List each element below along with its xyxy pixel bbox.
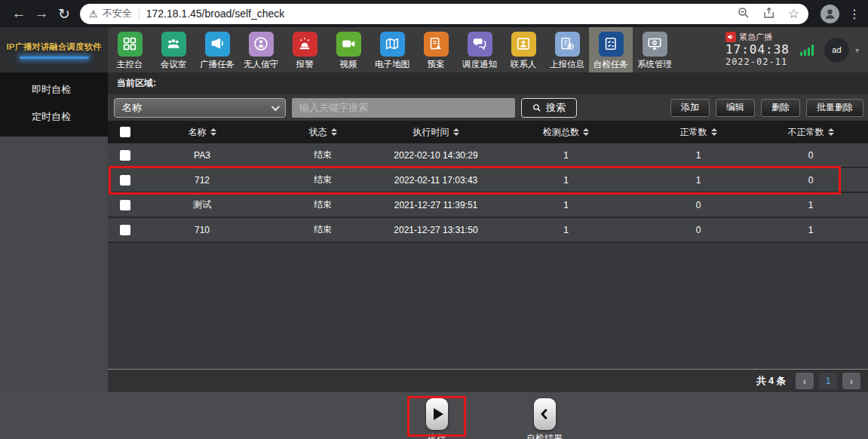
cell-status: 结束 xyxy=(262,173,383,186)
column-header-执行时间[interactable]: 执行时间 xyxy=(383,126,489,139)
nav-item-label: 联系人 xyxy=(511,59,537,70)
nav-item-视频[interactable]: 视频 xyxy=(327,27,370,72)
sort-icon xyxy=(583,128,589,136)
column-header-正常数[interactable]: 正常数 xyxy=(643,126,753,139)
cell-normal: 1 xyxy=(643,175,753,186)
nav-item-上报信息[interactable]: 上报信息 xyxy=(545,27,589,72)
browser-menu-icon[interactable]: ⋮ xyxy=(848,7,860,21)
sort-icon xyxy=(828,128,834,136)
zoom-out-icon[interactable] xyxy=(737,6,752,21)
cell-abnormal: 0 xyxy=(753,175,868,186)
nav-item-label: 自检任务 xyxy=(593,59,628,70)
nav-item-联系人[interactable]: 联系人 xyxy=(501,27,545,72)
sidebar-item-定时自检[interactable]: 定时自检 xyxy=(0,103,108,130)
nav-item-主控台[interactable]: 主控台 xyxy=(108,27,152,72)
nav-item-电子地图[interactable]: 电子地图 xyxy=(370,27,414,72)
browser-back-button[interactable]: ← xyxy=(8,5,30,22)
column-header-检测总数[interactable]: 检测总数 xyxy=(489,126,643,139)
sidebar-menu: 即时自检定时自检 xyxy=(0,72,108,137)
bookmark-star-icon[interactable]: ☆ xyxy=(788,8,799,20)
address-divider xyxy=(139,8,140,20)
broadcast-icon xyxy=(205,32,230,57)
nav-item-label: 报警 xyxy=(296,59,314,70)
content-row: 即时自检定时自检 当前区域: 名称 搜索 添加 编辑 删除 批 xyxy=(0,72,868,392)
execute-button-label: 执行 xyxy=(428,432,446,439)
address-bar[interactable]: ⚠ 不安全 172.18.1.45/broad/self_check ☆ xyxy=(80,4,808,24)
nav-item-自检任务[interactable]: 自检任务 xyxy=(589,27,633,72)
filter-field-value: 名称 xyxy=(122,101,271,115)
sort-icon xyxy=(210,128,216,136)
add-button[interactable]: 添加 xyxy=(670,99,710,117)
chevron-down-icon[interactable]: ▾ xyxy=(855,46,859,54)
pagination-prev-button[interactable]: ‹ xyxy=(796,373,814,389)
region-bar: 当前区域: xyxy=(108,72,868,94)
browser-refresh-button[interactable]: ↻ xyxy=(53,5,75,23)
column-header-状态[interactable]: 状态 xyxy=(262,126,383,139)
cell-exec-time: 2021-12-27 11:39:51 xyxy=(383,200,489,210)
browser-profile-avatar[interactable] xyxy=(820,5,839,23)
nav-item-label: 电子地图 xyxy=(375,59,409,70)
table-row[interactable]: 712结束2022-02-11 17:03:43110 xyxy=(108,168,868,193)
nav-right-cluster: 紧急广播 17:04:38 2022-02-11 ad ▾ xyxy=(725,27,868,72)
cell-exec-time: 2022-02-10 14:30:29 xyxy=(383,150,489,161)
edit-button[interactable]: 编辑 xyxy=(716,99,755,117)
column-header-label: 名称 xyxy=(189,126,207,139)
batch-delete-button[interactable]: 批量删除 xyxy=(806,99,863,117)
nav-item-报警[interactable]: 报警 xyxy=(283,27,327,72)
execute-button[interactable]: 执行 xyxy=(414,398,459,439)
pagination-bar: 共 4 条 ‹ 1 › xyxy=(108,369,868,392)
nav-item-调度通知[interactable]: 调度通知 xyxy=(458,27,501,72)
nav-item-label: 上报信息 xyxy=(550,59,584,70)
column-header-不正常数[interactable]: 不正常数 xyxy=(753,126,868,139)
row-checkbox[interactable] xyxy=(120,225,130,235)
table-row[interactable]: 710结束2021-12-27 13:31:50101 xyxy=(108,218,868,243)
browser-forward-button[interactable]: → xyxy=(30,5,53,22)
main-panel: 当前区域: 名称 搜索 添加 编辑 删除 批量删除 名称状态执行时间检测总数正常… xyxy=(108,72,868,392)
column-header-label: 不正常数 xyxy=(788,126,824,139)
pagination-next-button[interactable]: › xyxy=(842,373,860,389)
filter-field-select[interactable]: 名称 xyxy=(114,98,286,118)
cell-total: 1 xyxy=(489,200,643,210)
nav-item-label: 视频 xyxy=(340,59,357,70)
column-header-名称[interactable]: 名称 xyxy=(142,126,262,139)
select-all-checkbox[interactable] xyxy=(120,127,130,137)
sidebar: 即时自检定时自检 xyxy=(0,72,108,392)
delete-button[interactable]: 删除 xyxy=(761,99,800,117)
column-header-label: 执行时间 xyxy=(413,126,449,139)
nav-item-label: 系统管理 xyxy=(637,59,672,70)
emergency-broadcast[interactable]: 紧急广播 xyxy=(725,32,790,42)
row-checkbox[interactable] xyxy=(120,200,130,210)
user-avatar[interactable]: ad xyxy=(824,38,849,63)
search-button-label: 搜索 xyxy=(546,101,566,115)
nav-item-预案[interactable]: 预案 xyxy=(414,27,458,72)
filter-toolbar: 名称 搜索 添加 编辑 删除 批量删除 xyxy=(108,94,868,121)
table-row[interactable]: PA3结束2022-02-10 14:30:29110 xyxy=(108,143,868,168)
cell-normal: 0 xyxy=(643,225,753,235)
search-button[interactable]: 搜索 xyxy=(521,98,577,118)
row-checkbox[interactable] xyxy=(120,150,130,161)
security-label: 不安全 xyxy=(103,7,132,20)
nav-item-广播任务[interactable]: 广播任务 xyxy=(195,27,239,72)
nav-item-会议室[interactable]: 会议室 xyxy=(152,27,195,72)
map-icon xyxy=(380,32,405,57)
alarm-icon xyxy=(293,32,317,57)
pagination-page-1[interactable]: 1 xyxy=(819,373,837,389)
cell-status: 结束 xyxy=(262,149,383,161)
search-input[interactable] xyxy=(292,98,515,118)
nav-item-系统管理[interactable]: 系统管理 xyxy=(633,27,676,72)
cell-abnormal: 1 xyxy=(753,200,868,210)
clock-block: 紧急广播 17:04:38 2022-02-11 xyxy=(725,32,790,68)
table-row[interactable]: 测试结束2021-12-27 11:39:51101 xyxy=(108,193,868,218)
bottom-action-bar: 执行 自检结果 xyxy=(0,392,868,439)
share-icon[interactable] xyxy=(762,6,778,21)
video-icon xyxy=(336,32,361,57)
sort-icon xyxy=(711,128,717,136)
selfcheck-result-button[interactable]: 自检结果 xyxy=(522,398,567,439)
nav-item-无人值守[interactable]: 无人值守 xyxy=(239,27,283,72)
sidebar-item-即时自检[interactable]: 即时自检 xyxy=(0,76,108,103)
nav-items: 主控台会议室广播任务无人值守报警视频电子地图预案调度通知联系人上报信息自检任务系… xyxy=(108,27,676,72)
row-checkbox[interactable] xyxy=(120,175,130,186)
nav-item-label: 会议室 xyxy=(161,59,187,70)
nav-item-label: 预案 xyxy=(428,59,445,70)
cell-status: 结束 xyxy=(262,223,383,236)
